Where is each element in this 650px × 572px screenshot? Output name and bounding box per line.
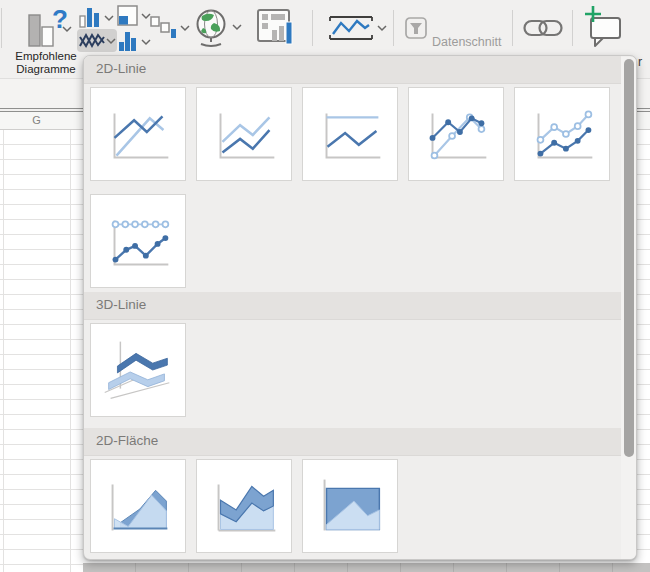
group-divider bbox=[1, 8, 2, 48]
grid-vline bbox=[70, 130, 71, 572]
insert-column-chart-button[interactable] bbox=[79, 6, 115, 30]
chart-thumb-stacked-line[interactable] bbox=[196, 87, 292, 181]
column-chart-icon bbox=[79, 6, 101, 28]
toolbar-separator bbox=[312, 10, 313, 46]
histogram-icon bbox=[118, 30, 138, 52]
globe-icon bbox=[194, 8, 230, 48]
excel-window: ? Empfohlene Diagramme bbox=[0, 0, 650, 572]
line-chart-icon bbox=[79, 31, 105, 49]
panel-scrollbar-track[interactable] bbox=[621, 57, 637, 559]
chart-thumb-line-markers[interactable] bbox=[408, 87, 504, 181]
insert-map-chart-button[interactable] bbox=[194, 8, 242, 48]
section-header-2d-area: 2D-Fläche bbox=[84, 428, 621, 456]
comment-plus-icon bbox=[584, 5, 626, 47]
section-title: 2D-Linie bbox=[96, 61, 146, 76]
100-stacked-area-thumb-icon bbox=[303, 460, 397, 552]
toolbar-separator bbox=[393, 10, 394, 46]
section-header-2d-line: 2D-Linie bbox=[84, 56, 621, 84]
pivotchart-button[interactable] bbox=[256, 8, 296, 48]
chart-thumb-area[interactable] bbox=[90, 459, 186, 553]
panel-scrollbar-thumb[interactable] bbox=[624, 59, 634, 457]
section-title: 2D-Fläche bbox=[96, 433, 158, 448]
chart-thumb-stacked-area[interactable] bbox=[196, 459, 292, 553]
recommended-charts-label: Empfohlene Diagramme bbox=[6, 50, 86, 76]
100-stacked-line-markers-thumb-icon bbox=[91, 195, 185, 287]
chevron-down-icon bbox=[104, 15, 114, 22]
comment-label-clipped: r bbox=[638, 55, 642, 69]
stacked-area-thumb-icon bbox=[197, 460, 291, 552]
chart-thumb-100-stacked-line-markers[interactable] bbox=[90, 194, 186, 288]
100-stacked-line-thumb-icon bbox=[303, 88, 397, 180]
new-comment-button[interactable] bbox=[584, 5, 626, 47]
slicer-icon bbox=[405, 17, 427, 39]
column-header-g[interactable]: G bbox=[3, 114, 70, 126]
section-header-3d-line: 3D-Linie bbox=[84, 292, 621, 320]
3d-line-thumb-icon bbox=[91, 324, 185, 416]
chart-thumb-100-stacked-line[interactable] bbox=[302, 87, 398, 181]
chart-thumb-100-stacked-area[interactable] bbox=[302, 459, 398, 553]
section-title: 3D-Linie bbox=[96, 297, 146, 312]
waterfall-icon bbox=[150, 15, 178, 41]
treemap-icon bbox=[117, 5, 138, 26]
sparkline-button[interactable] bbox=[328, 15, 388, 43]
insert-statistic-chart-button[interactable] bbox=[118, 30, 152, 53]
insert-line-chart-button[interactable] bbox=[79, 31, 117, 52]
chart-thumb-3d-line[interactable] bbox=[90, 323, 186, 417]
insert-link-button[interactable] bbox=[523, 15, 563, 41]
chart-thumb-line[interactable] bbox=[90, 87, 186, 181]
insert-hierarchy-chart-button[interactable] bbox=[117, 5, 151, 29]
chevron-down-icon bbox=[106, 38, 116, 45]
chevron-down-icon bbox=[180, 25, 190, 32]
toolbar-separator bbox=[512, 10, 513, 46]
toolbar-separator bbox=[572, 10, 573, 46]
line-thumb-icon bbox=[91, 88, 185, 180]
chevron-down-icon bbox=[232, 24, 242, 31]
area-thumb-icon bbox=[91, 460, 185, 552]
slicer-label: Datenschnitt bbox=[432, 35, 501, 49]
stacked-line-thumb-icon bbox=[197, 88, 291, 180]
stacked-line-markers-thumb-icon bbox=[515, 88, 609, 180]
chevron-down-icon bbox=[62, 26, 72, 33]
grid-vline bbox=[3, 130, 4, 572]
chart-thumb-stacked-line-markers[interactable] bbox=[514, 87, 610, 181]
slicer-button[interactable]: Datenschnitt bbox=[405, 14, 507, 44]
chevron-down-icon bbox=[377, 25, 387, 32]
line-markers-thumb-icon bbox=[409, 88, 503, 180]
chart-type-dropdown: 2D-Linie bbox=[83, 55, 637, 560]
link-icon bbox=[523, 15, 563, 41]
insert-waterfall-chart-button[interactable] bbox=[150, 15, 190, 43]
sparkline-icon bbox=[328, 15, 374, 41]
bottom-strip bbox=[83, 563, 650, 572]
pivotchart-icon bbox=[256, 8, 296, 48]
recommended-charts-button[interactable]: ? Empfohlene Diagramme bbox=[6, 2, 84, 76]
